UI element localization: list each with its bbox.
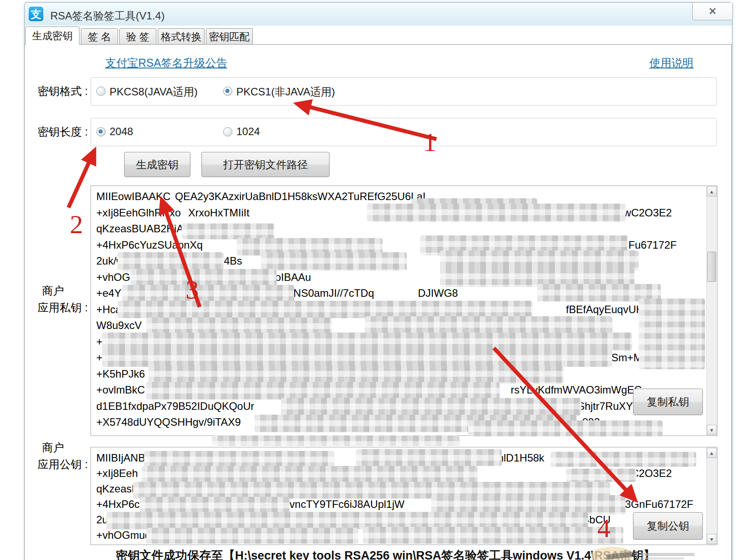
censor-mosaic <box>146 382 500 400</box>
key-text-segment: + <box>96 336 102 348</box>
censor-mosaic <box>131 269 277 287</box>
key-text-segment: +xIj8EehGlhRRxo <box>96 207 181 219</box>
radio-1024-label: 1024 <box>236 125 260 138</box>
censor-mosaic <box>182 223 274 239</box>
merchant-public-key-label-1: 商户 <box>42 440 64 455</box>
tab-label: 密钥匹配 <box>209 30 250 44</box>
key-text-segment: rsYLvKdfmWVAO3imWgEC <box>511 384 642 396</box>
censor-mosaic <box>144 451 334 467</box>
scrollbar-thumb[interactable] <box>707 252 716 282</box>
key-text-segment: MIIBIjANB <box>96 452 145 464</box>
scroll-up-icon[interactable]: ▲ <box>707 448 717 458</box>
key-text-segment: QEA2y3KAzxirUaBnlD1H58ksWXA2TuREfG25U6La… <box>175 190 425 203</box>
censor-mosaic <box>363 527 623 544</box>
step-number-2: 2 <box>70 209 83 240</box>
copy-private-key-button[interactable]: 复制私钥 <box>633 389 703 415</box>
tab-sign[interactable]: 签 名 <box>81 28 118 45</box>
title-bar[interactable]: 支 RSA签名验签工具(V1.4) ✕ <box>25 3 732 26</box>
radio-2048[interactable] <box>96 127 106 136</box>
usage-help-link[interactable]: 使用说明 <box>649 56 694 70</box>
tab-verify[interactable]: 验 签 <box>119 28 156 45</box>
key-text-segment: DJIWG8 <box>418 287 458 299</box>
key-text-segment: d1EB1fxdpaPx79B52IDuQKQoUr <box>96 400 254 412</box>
censor-mosaic <box>468 420 663 436</box>
private-key-scrollbar[interactable]: ▲ ▼ <box>706 186 717 435</box>
scroll-down-icon[interactable]: ▼ <box>707 425 717 435</box>
tab-format-convert[interactable]: 格式转换 <box>158 28 205 45</box>
upgrade-notice-link[interactable]: 支付宝RSA签名升级公告 <box>105 56 227 70</box>
censor-mosaic <box>281 398 581 416</box>
tab-label: 验 签 <box>126 30 149 44</box>
key-text-segment: +xIj8Eeh <box>96 467 138 480</box>
key-length-group <box>91 118 717 146</box>
key-text-segment: XrxoHxTMIiIt <box>188 207 250 219</box>
radio-pkcs8-label: PKCS8(JAVA适用) <box>110 85 197 99</box>
watermark-text-bar <box>641 557 684 560</box>
radio-pkcs1[interactable] <box>223 87 232 96</box>
key-text-segment: +4HxP6cYuzSUaonXq <box>96 239 203 251</box>
scroll-up-icon[interactable]: ▲ <box>707 186 717 197</box>
censor-mosaic <box>102 333 632 351</box>
public-key-textarea[interactable]: ▲ ▼ MIIBIjANBUaBnlD1H58k+xIj8EehowC2O3E2… <box>91 447 717 545</box>
key-text-segment: + <box>96 352 102 364</box>
alipay-logo-glyph: 支 <box>31 7 42 21</box>
watermark-text-bar <box>641 553 694 556</box>
tab-label: 生成密钥 <box>32 29 73 43</box>
key-text-segment: +vhOG <box>96 271 130 284</box>
close-icon: ✕ <box>709 6 717 17</box>
scroll-down-icon[interactable]: ▼ <box>707 534 717 544</box>
key-text-segment: +K5hPJk6 <box>96 368 145 380</box>
save-path-status-text: 密钥文件成功保存至【H:\secret key tools RSA256 win… <box>116 548 655 560</box>
alipay-logo-icon: 支 <box>29 7 43 21</box>
key-text-segment: MIIEowIBAAKC <box>96 190 171 203</box>
tab-key-match[interactable]: 密钥匹配 <box>206 28 253 45</box>
generate-key-button[interactable]: 生成密钥 <box>124 152 190 177</box>
key-text-segment: qKzeasBUAB2HjA <box>96 223 183 235</box>
censor-mosaic <box>146 528 358 544</box>
censor-mosaic <box>118 301 533 318</box>
step-number-1: 1 <box>423 127 436 158</box>
censor-mosaic <box>356 449 502 466</box>
key-text-segment: W8u9xcV <box>96 319 142 332</box>
merchant-private-key-label-1: 商户 <box>42 284 64 298</box>
merchant-private-key-label-2: 应用私钥 : <box>38 300 88 315</box>
radio-pkcs1-label: PKCS1(非JAVA适用) <box>236 85 335 99</box>
step-number-3: 3 <box>186 275 199 305</box>
censor-mosaic <box>566 469 637 482</box>
private-key-textarea[interactable]: ▲ ▼ MIIEowIBAAKCQEA2y3KAzxirUaBnlD1H58ks… <box>91 185 717 436</box>
key-format-label: 密钥格式 : <box>38 84 88 98</box>
key-text-segment: +ovlmBkC <box>96 384 145 396</box>
radio-pkcs8[interactable] <box>96 87 106 96</box>
close-button[interactable]: ✕ <box>692 3 733 20</box>
radio-2048-label: 2048 <box>110 125 133 138</box>
screenshot-stage: 支 RSA签名验签工具(V1.4) ✕ 生成密钥 签 名 验 签 格式转换 密钥… <box>0 0 751 560</box>
censor-mosaic <box>550 452 696 467</box>
key-text-segment: +X5748dUYQQSHHgv/9iTAX9 <box>96 416 241 428</box>
step-number-4: 4 <box>597 513 611 544</box>
copy-public-key-button[interactable]: 复制公钥 <box>633 512 703 540</box>
key-text-segment: +e4Y <box>96 287 121 299</box>
censor-mosaic <box>367 204 626 222</box>
window-title: RSA签名验签工具(V1.4) <box>50 9 165 23</box>
public-key-scrollbar[interactable]: ▲ ▼ <box>706 448 717 544</box>
key-text-segment: owC2O3E2 <box>618 207 672 219</box>
censor-mosaic <box>142 466 478 484</box>
censor-mosaic <box>261 252 407 271</box>
tab-generate-key[interactable]: 生成密钥 <box>25 26 80 45</box>
open-key-path-button[interactable]: 打开密钥文件路径 <box>201 152 330 177</box>
tab-label: 格式转换 <box>161 30 201 44</box>
censor-mosaic <box>148 365 564 384</box>
radio-1024[interactable] <box>223 127 232 136</box>
merchant-public-key-label-2: 应用公钥 : <box>38 457 88 472</box>
censor-mosaic <box>212 435 459 446</box>
tab-label: 签 名 <box>88 30 111 44</box>
censor-mosaic <box>102 349 612 367</box>
key-length-label: 密钥长度 : <box>38 125 88 139</box>
censor-mosaic <box>639 299 705 369</box>
